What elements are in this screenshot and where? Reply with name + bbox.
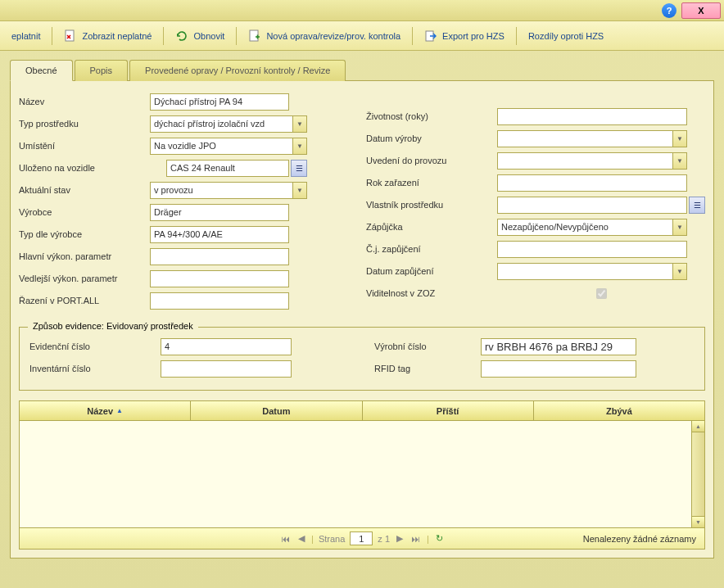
export-hzs-button[interactable]: Export pro HZS (416, 25, 513, 47)
tab-strip: Obecné Popis Provedené opravy / Provozní… (10, 59, 714, 81)
grid-header: Název▲ Datum Příští Zbývá (20, 401, 704, 421)
vyrobni-cislo-input[interactable] (481, 338, 636, 355)
label-umisteni: Umístění (19, 141, 150, 151)
umisteni-combo[interactable]: Na vozidle JPO▼ (150, 138, 307, 155)
nazev-input[interactable] (150, 93, 289, 111)
document-plus-icon (248, 29, 261, 43)
zivotnost-input[interactable] (497, 108, 687, 125)
chevron-down-icon[interactable]: ▼ (292, 116, 306, 132)
titlebar: ? X (0, 0, 724, 21)
pager-next-icon[interactable]: ▶ (395, 533, 405, 544)
pager-last-icon[interactable]: ⏭ (410, 534, 422, 544)
label-rok-zarazeni: Rok zařazení (366, 178, 497, 188)
label-vedlejsi-param: Vedlejší výkon. parametr (19, 274, 150, 283)
typ-dle-vyrobce-input[interactable] (150, 226, 289, 243)
chevron-down-icon[interactable]: ▼ (672, 131, 686, 147)
tab-repairs[interactable]: Provedené opravy / Provozní kontroly / R… (129, 60, 346, 81)
pager-total: z 1 (378, 534, 390, 544)
owner-picker-icon[interactable]: ☰ (689, 197, 705, 214)
uvedeni-provozu-combo[interactable]: ▼ (497, 152, 687, 170)
evidencni-cislo-input[interactable] (161, 338, 292, 355)
label-viditelnost: Viditelnost v ZOZ (366, 288, 497, 298)
evidence-groupbox: Způsob evidence: Evidovaný prostředek Ev… (19, 327, 705, 391)
vyrobce-input[interactable] (150, 204, 289, 221)
grid-scrollbar[interactable]: ▲ ▼ (691, 421, 704, 527)
vehicle-picker-icon[interactable]: ☰ (291, 160, 307, 177)
label-nazev: Název (19, 97, 150, 106)
invalidate-button[interactable]: eplatnit (3, 25, 48, 47)
toolbar-separator (516, 27, 517, 45)
toolbar: eplatnit Zobrazit neplatné Obnovit Nová … (0, 21, 724, 51)
svg-rect-1 (250, 30, 258, 41)
pager-refresh-icon[interactable]: ↻ (434, 533, 445, 544)
show-invalid-button[interactable]: Zobrazit neplatné (56, 25, 160, 47)
pager: ⏮ ◀ | Strana z 1 ▶ ⏭ | ↻ (279, 531, 445, 545)
pager-prev-icon[interactable]: ◀ (296, 533, 306, 544)
ulozeno-vozidle-input[interactable] (166, 160, 289, 177)
tab-general[interactable]: Obecné (10, 60, 73, 81)
label-cj-zapujceni: Č.j. zapůjčení (366, 244, 497, 254)
chevron-down-icon[interactable]: ▼ (292, 183, 306, 198)
grid-footer: ⏮ ◀ | Strana z 1 ▶ ⏭ | ↻ Nenalezeny žádn… (20, 527, 704, 549)
label-aktualni-stav: Aktuální stav (19, 185, 150, 195)
export-icon (424, 29, 437, 43)
label-vyrobce: Výrobce (19, 207, 150, 217)
rfid-input[interactable] (481, 360, 636, 378)
content-area: Obecné Popis Provedené opravy / Provozní… (0, 51, 724, 567)
label-hlavni-param: Hlavní výkon. parametr (19, 251, 150, 261)
refresh-icon (175, 29, 188, 43)
hlavni-param-input[interactable] (150, 248, 289, 265)
chevron-down-icon[interactable]: ▼ (292, 138, 306, 154)
label-inventarni-cislo: Inventární číslo (29, 364, 161, 373)
records-grid: Název▲ Datum Příští Zbývá ▲ ▼ ⏮ ◀ | Stra… (19, 400, 705, 550)
label-razeni: Řazení v PORT.ALL (19, 296, 150, 305)
tab-panel-general: Název Typ prostředku dýchací přístroj iz… (10, 81, 714, 559)
help-icon[interactable]: ? (662, 3, 676, 18)
toolbar-separator (52, 27, 52, 45)
label-typ-prostredku: Typ prostředku (19, 119, 150, 129)
cj-zapujceni-input[interactable] (497, 241, 687, 258)
razeni-input[interactable] (150, 292, 289, 310)
label-typ-dle-vyrobce: Typ dle výrobce (19, 229, 150, 239)
label-zapujcka: Zápůjčka (366, 222, 497, 232)
diff-hzs-button[interactable]: Rozdíly oproti HZS (520, 25, 612, 47)
close-button[interactable]: X (681, 2, 721, 19)
inventarni-cislo-input[interactable] (161, 360, 292, 378)
label-datum-zapujceni: Datum zapůjčení (366, 266, 497, 276)
typ-prostredku-combo[interactable]: dýchací přístroj izolační vzd▼ (150, 115, 307, 133)
chevron-down-icon[interactable]: ▼ (672, 153, 686, 169)
aktualni-stav-combo[interactable]: v provozu▼ (150, 182, 307, 199)
label-zivotnost: Životnost (roky) (366, 111, 497, 121)
toolbar-separator (163, 27, 164, 45)
chevron-down-icon[interactable]: ▼ (672, 219, 686, 235)
scroll-up-icon[interactable]: ▲ (692, 421, 704, 432)
pager-label: Strana (319, 534, 345, 544)
datum-vyroby-combo[interactable]: ▼ (497, 130, 687, 147)
grid-col-datum[interactable]: Datum (191, 401, 362, 420)
grid-rows-empty (20, 421, 691, 527)
datum-zapujceni-combo[interactable]: ▼ (497, 263, 687, 280)
label-evidencni-cislo: Evidenční číslo (29, 341, 161, 351)
pager-page-input[interactable] (350, 531, 373, 545)
pager-first-icon[interactable]: ⏮ (279, 534, 292, 544)
grid-col-pristi[interactable]: Příští (363, 401, 534, 420)
vedlejsi-param-input[interactable] (150, 270, 289, 287)
sort-asc-icon: ▲ (116, 407, 123, 414)
new-repair-button[interactable]: Nová oprava/revize/prov. kontrola (240, 25, 409, 47)
tab-description[interactable]: Popis (75, 60, 129, 81)
zapujcka-combo[interactable]: Nezapůjčeno/Nevypůjčeno▼ (497, 219, 687, 236)
scroll-down-icon[interactable]: ▼ (692, 516, 704, 527)
toolbar-separator (236, 27, 237, 45)
refresh-button[interactable]: Obnovit (167, 25, 233, 47)
toolbar-separator (412, 27, 413, 45)
viditelnost-checkbox (596, 288, 607, 299)
grid-col-nazev[interactable]: Název▲ (20, 401, 191, 420)
grid-col-zbyva[interactable]: Zbývá (534, 401, 704, 420)
chevron-down-icon[interactable]: ▼ (672, 264, 686, 279)
rok-zarazeni-input[interactable] (497, 174, 687, 192)
vlastnik-input[interactable] (497, 197, 687, 214)
grid-body: ▲ ▼ (20, 421, 704, 527)
label-datum-vyroby: Datum výroby (366, 133, 497, 143)
form-right-column: Životnost (roky) Datum výroby ▼ Uvedení … (366, 93, 705, 314)
label-rfid: RFID tag (374, 364, 481, 373)
